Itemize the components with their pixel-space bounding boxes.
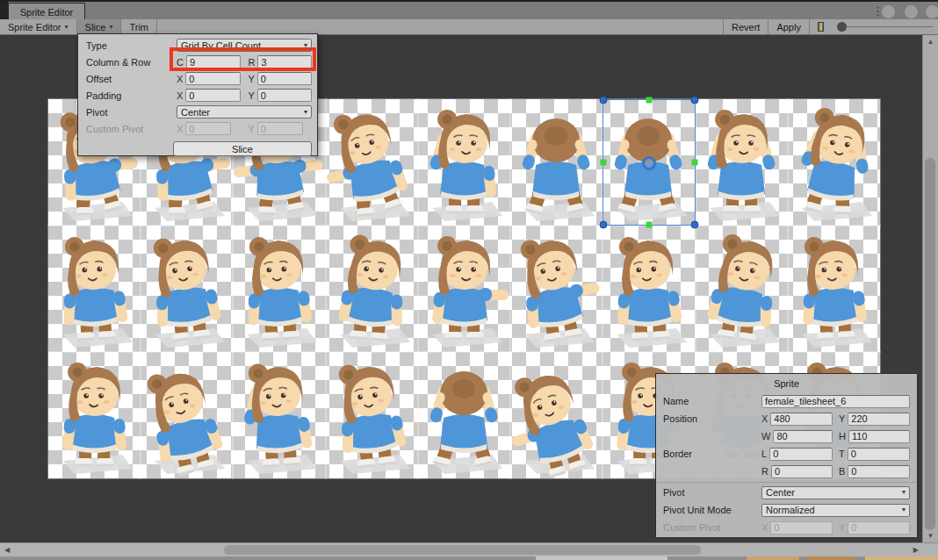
sprite-custom-pivot-x-field: 0 (770, 521, 833, 535)
sprite-cell[interactable] (326, 99, 418, 226)
selection-corner-handle[interactable] (600, 97, 608, 104)
zoom-slider-handle[interactable] (837, 22, 847, 32)
position-x-field[interactable]: 480 (770, 413, 833, 426)
pivot-unit-mode-dropdown[interactable]: Normalized ▾ (761, 504, 910, 517)
scroll-left-icon[interactable]: ◀ (4, 546, 10, 554)
selection-edge-handle[interactable] (691, 160, 697, 166)
sprite-cell[interactable] (233, 352, 325, 478)
pivot-dropdown[interactable]: Center ▾ (177, 105, 312, 118)
sprite-cell[interactable] (326, 226, 418, 352)
border-r-field[interactable]: 0 (771, 465, 833, 478)
horizontal-scrollbar[interactable]: ◀ ▶ (0, 542, 938, 556)
height-field[interactable]: 110 (848, 430, 910, 443)
vertical-scrollbar-thumb[interactable] (925, 158, 935, 530)
character-sprite (510, 352, 602, 478)
sprite-cell[interactable] (233, 226, 325, 352)
custom-pivot-y-field: 0 (257, 122, 303, 135)
y-prefix: Y (249, 74, 255, 84)
sprite-cell[interactable] (418, 226, 510, 352)
sprite-editor-mode-dropdown[interactable]: Sprite Editor ▾ (0, 19, 77, 34)
slice-apply-button[interactable]: Slice (173, 141, 312, 156)
sprite-cell[interactable] (48, 352, 141, 478)
sprite-name-field[interactable]: female_tilesheet_6 (761, 395, 910, 408)
sprite-cell[interactable] (510, 352, 602, 478)
background-window-sliver (806, 556, 855, 560)
sprite-cell[interactable] (418, 352, 510, 478)
r-prefix: R (761, 466, 768, 477)
y-prefix: Y (249, 124, 255, 134)
column-prefix: C (177, 57, 184, 68)
tab-label: Sprite Editor (20, 7, 74, 18)
window-control-button[interactable] (926, 5, 938, 18)
border-b-field[interactable]: 0 (848, 465, 910, 478)
sprite-cell[interactable] (141, 352, 233, 478)
width-field[interactable]: 80 (773, 430, 833, 443)
y-prefix: Y (249, 90, 255, 101)
row-count-field[interactable]: 3 (257, 55, 312, 68)
character-sprite (696, 99, 788, 226)
window-control-button[interactable] (905, 5, 918, 18)
sprite-cell[interactable] (418, 99, 510, 226)
sprite-cell[interactable] (326, 352, 418, 478)
sprite-cell[interactable] (788, 226, 880, 352)
position-y-field[interactable]: 220 (848, 413, 910, 426)
offset-y-field[interactable]: 0 (257, 72, 312, 85)
x-prefix: X (177, 124, 183, 134)
sprite-pivot-dropdown[interactable]: Center ▾ (761, 486, 910, 499)
slice-type-dropdown[interactable]: Grid By Cell Count ▾ (177, 39, 312, 52)
tab-sprite-editor[interactable]: Sprite Editor (8, 3, 85, 21)
sprite-cell[interactable] (696, 99, 788, 226)
padding-x-field[interactable]: 0 (185, 89, 240, 102)
border-l-field[interactable]: 0 (769, 448, 833, 461)
sprite-custom-pivot-y-field: 0 (848, 521, 910, 535)
window-control-button[interactable] (882, 5, 895, 18)
apply-button[interactable]: Apply (768, 19, 809, 34)
sprite-cell[interactable] (141, 226, 233, 352)
color-channels-button[interactable] (809, 19, 832, 34)
padding-y-field[interactable]: 0 (257, 89, 312, 102)
sprite-cell[interactable] (788, 99, 880, 226)
x-prefix: X (761, 413, 768, 424)
scroll-up-icon[interactable]: ▲ (923, 38, 938, 46)
border-t-field[interactable]: 0 (848, 448, 910, 461)
trim-button[interactable]: Trim (121, 19, 157, 34)
selection-edge-handle[interactable] (601, 160, 607, 166)
selection-corner-handle[interactable] (690, 97, 698, 104)
y-prefix: Y (839, 413, 845, 424)
chevron-down-icon: ▾ (304, 109, 307, 116)
pivot-label: Pivot (86, 107, 177, 118)
sprite-cell[interactable] (602, 226, 695, 352)
sprite-cell[interactable] (510, 99, 602, 226)
sprite-editor-window: Sprite Editor ⋮ Sprite Editor ▾ Slice ▾ … (0, 0, 938, 560)
row-prefix: R (249, 57, 256, 68)
sprite-cell[interactable] (48, 226, 141, 352)
character-sprite (418, 352, 510, 478)
scroll-down-icon[interactable]: ▼ (923, 532, 938, 540)
revert-button[interactable]: Revert (723, 19, 768, 34)
selection-edge-handle[interactable] (646, 97, 652, 104)
horizontal-scrollbar-thumb[interactable] (224, 545, 701, 555)
name-label: Name (663, 396, 761, 406)
offset-x-field[interactable]: 0 (185, 72, 240, 85)
scroll-right-icon[interactable]: ▶ (913, 546, 919, 554)
selection-corner-handle[interactable] (600, 221, 608, 229)
column-row-label: Column & Row (86, 57, 177, 68)
vertical-scrollbar[interactable]: ▲ ▼ (922, 35, 938, 542)
slice-panel: Type Grid By Cell Count ▾ Column & Row C… (77, 33, 318, 156)
character-sprite (326, 226, 418, 352)
sprite-selection-box[interactable] (602, 99, 695, 226)
slice-menu-button[interactable]: Slice ▾ (77, 19, 122, 34)
column-count-field[interactable]: 9 (186, 55, 241, 68)
character-sprite (233, 226, 325, 352)
sprite-cell[interactable] (510, 226, 602, 352)
background-window-sliver (747, 556, 799, 560)
selection-edge-handle[interactable] (646, 222, 652, 228)
character-sprite (510, 99, 602, 226)
character-sprite (326, 99, 418, 226)
x-prefix: X (177, 74, 183, 84)
title-bar-corner (0, 2, 8, 21)
sprite-cell[interactable] (696, 226, 788, 352)
pivot-indicator[interactable] (642, 156, 656, 170)
selection-corner-handle[interactable] (690, 221, 698, 229)
character-sprite (48, 352, 141, 478)
